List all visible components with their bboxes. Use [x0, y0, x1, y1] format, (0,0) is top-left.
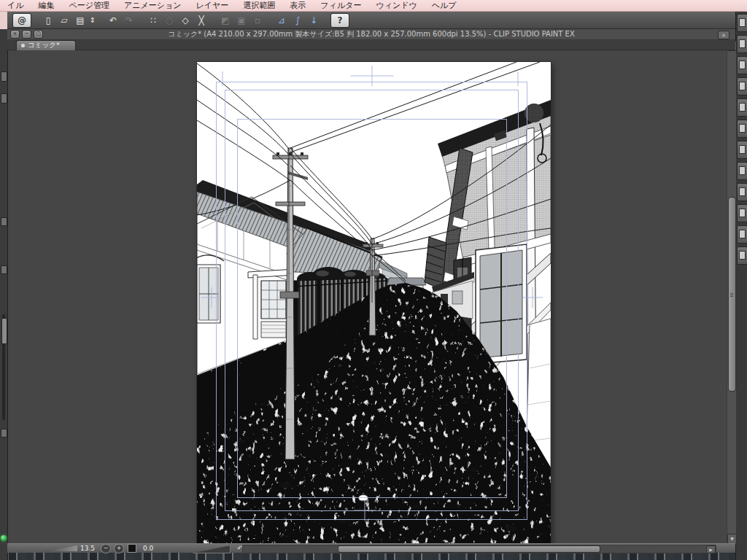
docked-palette-button[interactable] [737, 120, 747, 138]
snap-to-special-ruler-button[interactable]: ∫ [290, 14, 305, 27]
toolbar-separator[interactable] [322, 14, 329, 27]
selection-border-button[interactable]: ▫ [250, 14, 265, 27]
docked-palette-button[interactable] [737, 204, 747, 222]
snap-to-ruler-button[interactable]: ⊿ [274, 14, 289, 27]
undo-button[interactable]: ↶ [106, 14, 120, 27]
docked-palette-button[interactable] [737, 246, 747, 265]
docked-palette-button[interactable] [737, 35, 747, 53]
tool-icon[interactable] [1, 429, 7, 438]
toolbar-separator[interactable] [138, 14, 144, 27]
canvas-artwork [197, 62, 551, 543]
menu-item[interactable]: フィルター [313, 0, 368, 11]
redo-button[interactable]: ↷ [122, 14, 136, 27]
menu-bar: イル 編集 ページ管理 アニメーション レイヤー 選択範囲 表示 フィルター ウ… [0, 0, 747, 12]
deselect-button[interactable]: ∷ [146, 14, 160, 27]
zoom-slider[interactable] [44, 545, 77, 551]
menu-item[interactable]: ヘルプ [425, 0, 464, 11]
docked-palette-button[interactable] [737, 56, 747, 74]
toolbar-separator[interactable] [266, 14, 273, 27]
scroll-right-icon[interactable]: ▶ [706, 545, 716, 553]
reselect-button[interactable]: ◌ [162, 14, 177, 27]
status-bar: 13.5 − + 0.0 ↶ ↷ ☀ ▭ ▶ [7, 543, 735, 553]
modified-dot-icon [21, 44, 25, 47]
snap-to-grid-button[interactable]: ↓ [306, 14, 321, 27]
scroll-down-icon[interactable]: ▼ [727, 534, 737, 544]
open-file-button[interactable]: ▱ [57, 14, 71, 27]
vertical-scrollbar-thumb[interactable] [728, 197, 736, 392]
document-tab[interactable]: コミック* [16, 40, 76, 50]
expand-selection-button[interactable]: ▣ [234, 14, 249, 27]
tool-icon[interactable] [1, 93, 7, 104]
left-edge-palette-strip [0, 12, 8, 560]
command-toolbar: @ ▯ ▱ ▤ ⇕ ↶ ↷ ∷ ◌ ◇ ╳ ◩ [7, 11, 735, 29]
docked-palette-button[interactable] [737, 225, 747, 244]
invert-selection-button[interactable]: ◩ [218, 14, 233, 27]
rotation-slider[interactable] [191, 545, 231, 553]
horizontal-scrollbar[interactable]: ▶ [242, 545, 716, 553]
document-tab-bar: コミック* [7, 39, 735, 50]
clear-selection-button[interactable]: ◇ [178, 14, 193, 27]
horizontal-scrollbar-thumb[interactable] [338, 545, 600, 553]
menu-item[interactable]: 選択範囲 [236, 0, 282, 11]
docked-palette-button[interactable] [737, 141, 747, 159]
zoom-value: 13.5 [80, 545, 95, 552]
clip-studio-logo-button[interactable]: @ [12, 13, 31, 28]
window-title: コミック* (A4 210.00 x 297.00mm 製本サイズ:B5 判 1… [7, 29, 735, 39]
help-button[interactable]: ? [330, 13, 349, 28]
panel-menu-button[interactable]: ≡ [718, 31, 729, 39]
zoom-in-button[interactable]: + [114, 544, 124, 553]
palette-dock [735, 11, 747, 560]
rotation-value: 0.0 [143, 545, 153, 552]
background-window-sliver [0, 12, 7, 29]
trash-icon[interactable] [1, 217, 7, 226]
menu-item[interactable]: ウィンドウ [368, 0, 424, 11]
toolbar-separator[interactable] [33, 14, 39, 27]
docked-palette-button[interactable] [737, 98, 747, 117]
docked-palette-button[interactable] [737, 77, 747, 96]
palette-slider-thumb[interactable] [1, 318, 7, 344]
menu-item[interactable]: イル [0, 0, 31, 11]
vertical-scrollbar[interactable]: ▲ ▼ [727, 50, 736, 543]
menu-item[interactable]: ページ管理 [62, 0, 117, 11]
toolbar-separator[interactable] [210, 14, 217, 27]
clip-studio-paint-window: イル 編集 ページ管理 アニメーション レイヤー 選択範囲 表示 フィルター ウ… [0, 0, 747, 560]
docked-palette-button[interactable] [737, 162, 747, 180]
canvas-viewport[interactable] [7, 50, 727, 543]
new-file-button[interactable]: ▯ [41, 14, 55, 27]
save-file-button[interactable]: ▤ [73, 14, 88, 27]
menu-item[interactable]: アニメーション [117, 0, 189, 11]
document-tab-label: コミック* [28, 41, 60, 50]
docked-palette-button[interactable] [737, 183, 747, 201]
menu-item[interactable]: 表示 [282, 0, 313, 11]
menu-item[interactable]: 編集 [31, 0, 62, 11]
docked-palette-button[interactable] [737, 14, 747, 32]
save-options-button[interactable]: ⇕ [89, 14, 96, 27]
toolbar-separator[interactable] [98, 14, 104, 27]
menu-item[interactable]: レイヤー [189, 0, 236, 11]
fit-to-screen-button[interactable] [128, 544, 136, 553]
magic-wand-icon[interactable] [1, 265, 7, 274]
zoom-out-button[interactable]: − [101, 544, 111, 553]
tool-icon[interactable] [1, 71, 7, 82]
title-bar: × − □ コミック* (A4 210.00 x 297.00mm 製本サイズ:… [7, 29, 735, 40]
transform-button[interactable]: ╳ [194, 14, 209, 27]
status-indicator-green [1, 535, 7, 541]
canvas-page[interactable] [197, 62, 551, 543]
